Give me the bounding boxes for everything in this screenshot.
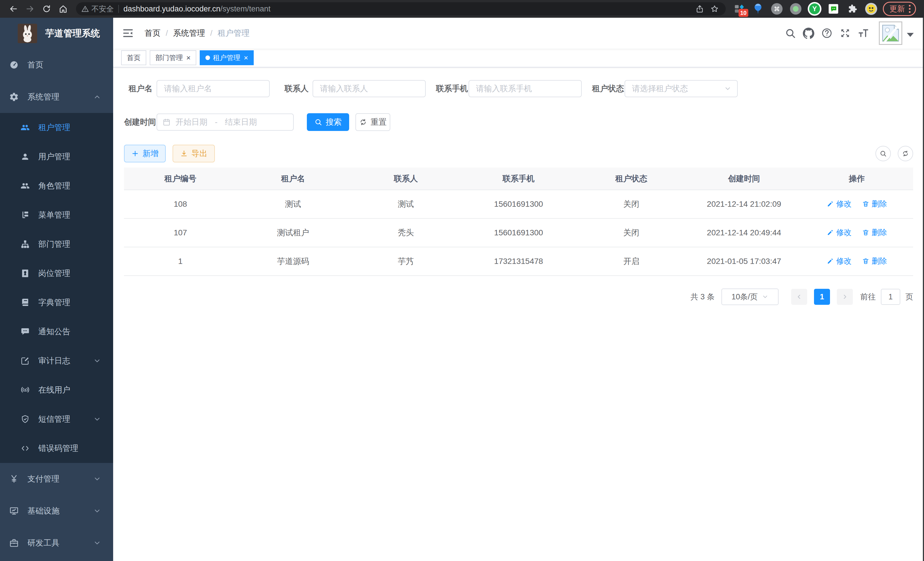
reset-button[interactable]: 重置	[356, 113, 390, 131]
search-button[interactable]: 搜索	[307, 113, 349, 131]
start-date-placeholder[interactable]: 开始日期	[176, 117, 207, 128]
pencil-icon	[826, 229, 834, 236]
active-dot	[206, 56, 210, 60]
header-search-icon[interactable]	[781, 24, 800, 42]
github-icon[interactable]	[800, 24, 818, 42]
sidebar-item-0[interactable]: 首页	[0, 49, 113, 81]
end-date-placeholder[interactable]: 结束日期	[225, 117, 257, 128]
cell-mobile: 15601691300	[462, 218, 575, 247]
browser-update-button[interactable]: 更新	[883, 2, 916, 16]
export-button[interactable]: 导出	[172, 145, 215, 162]
browser-home-button[interactable]	[57, 2, 70, 15]
security-chip[interactable]: 不安全	[81, 4, 114, 14]
mobile-input[interactable]	[469, 80, 582, 97]
dept-tree-icon	[21, 240, 30, 249]
breadcrumb-system[interactable]: 系统管理	[173, 28, 205, 39]
sidebar-item-3[interactable]: 用户管理	[0, 142, 113, 171]
edit-link[interactable]: 修改	[826, 199, 852, 209]
bookmark-star-icon[interactable]	[709, 3, 721, 15]
delete-link[interactable]: 删除	[862, 227, 887, 238]
y-extension-icon[interactable]: Y	[807, 2, 822, 16]
profile-avatar-icon[interactable]	[864, 2, 879, 16]
close-icon[interactable]	[186, 54, 190, 62]
chevron-down-icon	[93, 539, 101, 547]
font-size-icon[interactable]	[854, 24, 873, 42]
sidebar-item-1[interactable]: 系统管理	[0, 81, 113, 113]
edit-link[interactable]: 修改	[826, 256, 852, 266]
fullscreen-icon[interactable]	[836, 24, 854, 42]
help-icon[interactable]	[818, 24, 836, 42]
sidebar-item-5[interactable]: 菜单管理	[0, 200, 113, 230]
cell-actions: 修改 删除	[800, 247, 913, 276]
cell-contact: 芋艿	[350, 247, 462, 276]
extension-grid-icon[interactable]: 10	[732, 2, 747, 16]
table-row: 107 测试租户 秃头 15601691300 关闭 2021-12-14 20…	[124, 218, 913, 247]
sidebar-item-10[interactable]: 审计日志	[0, 346, 113, 375]
sidebar-item-15[interactable]: 基础设施	[0, 495, 113, 527]
browser-menu-kebab-icon[interactable]	[909, 5, 910, 13]
cell-tenant-name: 测试租户	[237, 218, 350, 247]
delete-link[interactable]: 删除	[862, 256, 887, 266]
contact-input[interactable]	[313, 80, 426, 97]
sidebar-item-13[interactable]: 错误码管理	[0, 434, 113, 463]
app-logo-row[interactable]: 芋道管理系统	[0, 18, 113, 49]
share-icon[interactable]	[694, 3, 706, 15]
user-avatar-dropdown[interactable]	[879, 21, 914, 45]
sidebar-item-7[interactable]: 岗位管理	[0, 259, 113, 288]
close-icon[interactable]	[244, 54, 248, 62]
browser-forward-button[interactable]	[23, 2, 37, 15]
breadcrumb-home[interactable]: 首页	[145, 28, 160, 39]
next-page-button[interactable]	[837, 289, 853, 305]
record-extension-icon[interactable]	[788, 2, 803, 16]
tab-1[interactable]: 部门管理	[150, 50, 196, 65]
cell-tenant-name: 测试	[237, 190, 350, 218]
sidebar-collapse-icon[interactable]	[121, 26, 135, 40]
chevron-up-icon	[93, 93, 101, 101]
goto-page-input[interactable]	[881, 289, 900, 305]
sidebar-item-16[interactable]: 研发工具	[0, 527, 113, 559]
table-header-row: 租户编号 租户名 联系人 联系手机 租户状态 创建时间 操作	[124, 168, 913, 190]
notice-icon	[21, 327, 30, 336]
command-extension-icon[interactable]	[770, 2, 784, 16]
sidebar-item-14[interactable]: 支付管理	[0, 463, 113, 495]
edit-link[interactable]: 修改	[826, 227, 852, 238]
pencil-icon	[826, 200, 834, 208]
sidebar-item-11[interactable]: 在线用户	[0, 375, 113, 405]
puzzle-extensions-icon[interactable]	[845, 2, 860, 16]
tab-2[interactable]: 租户管理	[200, 50, 254, 65]
sidebar-item-12[interactable]: 短信管理	[0, 405, 113, 434]
payment-icon	[9, 474, 19, 484]
browser-back-button[interactable]	[7, 2, 20, 15]
browser-reload-button[interactable]	[40, 2, 53, 15]
prev-page-button[interactable]	[791, 289, 807, 305]
app-logo-image	[18, 24, 37, 43]
chat-extension-icon[interactable]	[826, 2, 841, 16]
date-range-picker[interactable]: 开始日期 - 结束日期	[157, 114, 294, 131]
kite-extension-icon[interactable]	[751, 2, 765, 16]
extension-badge: 10	[739, 9, 748, 17]
sidebar-item-6[interactable]: 部门管理	[0, 230, 113, 259]
sidebar-item-8[interactable]: 字典管理	[0, 288, 113, 317]
filter-row-2: 创建时间 开始日期 - 结束日期 搜索 重置	[124, 113, 913, 131]
post-icon	[21, 269, 30, 278]
col-tenant-name: 租户名	[237, 168, 350, 190]
status-select[interactable]: 请选择租户状态	[625, 80, 738, 97]
refresh-table-button[interactable]	[898, 146, 913, 161]
sidebar-item-4[interactable]: 角色管理	[0, 171, 113, 200]
tenant-name-input[interactable]	[157, 80, 270, 97]
cell-tenant-id: 1	[124, 247, 237, 276]
sidebar-item-9[interactable]: 通知公告	[0, 317, 113, 346]
delete-link[interactable]: 删除	[862, 199, 887, 209]
menu-tree-icon	[21, 211, 30, 220]
sidebar-item-2[interactable]: 租户管理	[0, 113, 113, 142]
tab-0[interactable]: 首页	[121, 50, 146, 65]
page-size-select[interactable]: 10条/页	[722, 289, 778, 305]
contact-label: 联系人	[280, 83, 309, 94]
chevron-down-icon	[93, 507, 101, 515]
address-bar[interactable]: 不安全 dashboard.yudao.iocoder.cn/system/te…	[76, 2, 726, 15]
page-number-1[interactable]: 1	[814, 289, 830, 305]
add-button[interactable]: 新增	[124, 145, 166, 162]
toggle-search-button[interactable]	[875, 146, 891, 161]
filter-row-1: 租户名 联系人 联系手机 租户状态 请选择租户状态	[124, 80, 913, 97]
status-field: 租户状态 请选择租户状态	[592, 80, 738, 97]
